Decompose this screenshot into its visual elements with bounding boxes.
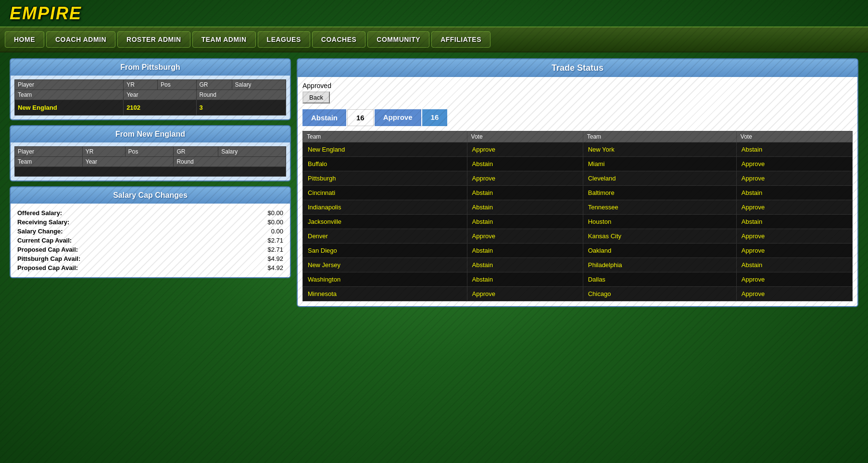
- salary-value-6: $4.92: [267, 264, 283, 271]
- ne-col-pos: Pos: [125, 147, 174, 157]
- vote-team1: Jacksonville: [303, 215, 467, 229]
- vote-vote2: Abstain: [736, 142, 852, 157]
- left-panel: From Pittsburgh Player YR Pos GR Salary …: [10, 58, 291, 307]
- trade-status-header: Trade Status: [298, 59, 857, 77]
- vote-team2: Kansas City: [583, 229, 736, 244]
- salary-value-0: $0.00: [267, 209, 283, 217]
- nav-coaches[interactable]: COACHES: [312, 31, 366, 48]
- salary-label-2: Salary Change:: [17, 228, 63, 235]
- salary-value-5: $4.92: [267, 255, 283, 262]
- col-year: Year: [124, 90, 196, 100]
- vote-row: Pittsburgh Approve Cleveland Approve: [303, 171, 853, 186]
- nav-team-admin[interactable]: TEAM ADMIN: [192, 31, 256, 48]
- vote-vote2: Approve: [736, 200, 852, 215]
- vote-col-vote1: Vote: [467, 131, 583, 142]
- col-salary: Salary: [232, 80, 286, 90]
- vote-table: Team Vote Team Vote New England Approve …: [302, 131, 853, 301]
- nav-community[interactable]: COMMUNITY: [367, 31, 429, 48]
- vote-row: Denver Approve Kansas City Approve: [303, 229, 853, 244]
- vote-vote1: Abstain: [467, 258, 583, 272]
- vote-row: Indianapolis Abstain Tennessee Approve: [303, 200, 853, 215]
- vote-team2: Houston: [583, 215, 736, 229]
- vote-team1: New Jersey: [303, 258, 467, 272]
- vote-row: Washington Abstain Dallas Approve: [303, 272, 853, 287]
- ne-col-yr: YR: [82, 147, 125, 157]
- vote-vote1: Approve: [467, 287, 583, 301]
- vote-team2: Dallas: [583, 272, 736, 287]
- vote-team1: Cincinnati: [303, 186, 467, 200]
- vote-vote1: Approve: [467, 142, 583, 157]
- col-yr: YR: [124, 80, 158, 90]
- vote-team2: Miami: [583, 157, 736, 171]
- nav-roster-admin[interactable]: ROSTER ADMIN: [117, 31, 190, 48]
- from-new-england-box: From New England Player YR Pos GR Salary…: [10, 125, 291, 181]
- pittsburgh-table: Player YR Pos GR Salary Team Year Round: [14, 79, 286, 116]
- from-pittsburgh-body: Player YR Pos GR Salary Team Year Round: [11, 76, 290, 119]
- abstain-button[interactable]: Abstain: [302, 109, 346, 126]
- vote-team1: Buffalo: [303, 157, 467, 171]
- vote-team2: Cleveland: [583, 171, 736, 186]
- salary-row-3: Current Cap Avail: $2.71: [17, 236, 283, 245]
- pit-team: New England: [15, 100, 124, 116]
- salary-row-1: Receiving Salary: $0.00: [17, 218, 283, 227]
- ne-empty-row: [15, 167, 286, 177]
- approve-count: 16: [422, 109, 448, 126]
- nav-leagues[interactable]: LEAGUES: [258, 31, 310, 48]
- vote-row: Cincinnati Abstain Baltimore Abstain: [303, 186, 853, 200]
- vote-team2: Oakland: [583, 244, 736, 258]
- from-pittsburgh-header: From Pittsburgh: [11, 59, 290, 76]
- vote-team1: San Diego: [303, 244, 467, 258]
- main-content: From Pittsburgh Player YR Pos GR Salary …: [0, 52, 868, 313]
- salary-row-4: Proposed Cap Avail: $2.71: [17, 245, 283, 254]
- vote-vote2: Approve: [736, 272, 852, 287]
- salary-label-1: Receiving Salary:: [17, 219, 69, 226]
- new-england-table: Player YR Pos GR Salary Team Year Round: [14, 146, 286, 177]
- ne-col-round: Round: [174, 157, 286, 167]
- pittsburgh-row: New England 2102 3: [15, 100, 286, 116]
- vote-vote2: Abstain: [736, 215, 852, 229]
- pit-round: 3: [196, 100, 286, 116]
- nav-affiliates[interactable]: AFFILIATES: [431, 31, 491, 48]
- vote-vote1: Approve: [467, 229, 583, 244]
- vote-vote2: Approve: [736, 157, 852, 171]
- salary-value-4: $2.71: [267, 246, 283, 253]
- vote-summary: Abstain 16 Approve 16: [302, 109, 853, 126]
- vote-team1: New England: [303, 142, 467, 157]
- vote-row: Buffalo Abstain Miami Approve: [303, 157, 853, 171]
- vote-vote1: Abstain: [467, 157, 583, 171]
- vote-vote2: Approve: [736, 171, 852, 186]
- col-pos: Pos: [158, 80, 197, 90]
- salary-value-1: $0.00: [267, 219, 283, 226]
- nav-coach-admin[interactable]: COACH ADMIN: [46, 31, 115, 48]
- vote-vote1: Abstain: [467, 186, 583, 200]
- salary-row-6: Proposed Cap Avail: $4.92: [17, 263, 283, 272]
- vote-vote1: Abstain: [467, 215, 583, 229]
- vote-vote2: Approve: [736, 287, 852, 301]
- vote-vote1: Approve: [467, 171, 583, 186]
- vote-vote2: Approve: [736, 244, 852, 258]
- salary-cap-header: Salary Cap Changes: [11, 187, 290, 204]
- vote-col-team1: Team: [303, 131, 467, 142]
- vote-team2: Philadelphia: [583, 258, 736, 272]
- vote-vote2: Abstain: [736, 186, 852, 200]
- approve-label: Approve: [375, 109, 421, 126]
- salary-row-2: Salary Change: 0.00: [17, 227, 283, 236]
- from-pittsburgh-box: From Pittsburgh Player YR Pos GR Salary …: [10, 58, 291, 120]
- trade-status-approved: Approved: [302, 82, 853, 90]
- nav-home[interactable]: HOME: [5, 31, 44, 48]
- vote-team2: Tennessee: [583, 200, 736, 215]
- vote-vote1: Abstain: [467, 200, 583, 215]
- back-button[interactable]: Back: [302, 91, 330, 103]
- vote-team2: Chicago: [583, 287, 736, 301]
- salary-value-3: $2.71: [267, 237, 283, 244]
- from-new-england-header: From New England: [11, 126, 290, 142]
- vote-vote2: Abstain: [736, 258, 852, 272]
- pit-year: 2102: [124, 100, 196, 116]
- vote-col-vote2: Vote: [736, 131, 852, 142]
- salary-label-0: Offered Salary:: [17, 209, 62, 217]
- vote-team1: Minnesota: [303, 287, 467, 301]
- logo-bar: EMPIRE: [0, 0, 868, 26]
- right-panel: Trade Status Approved Back Abstain 16 Ap…: [297, 58, 858, 307]
- salary-label-5: Pittsburgh Cap Avail:: [17, 255, 80, 262]
- vote-team1: Washington: [303, 272, 467, 287]
